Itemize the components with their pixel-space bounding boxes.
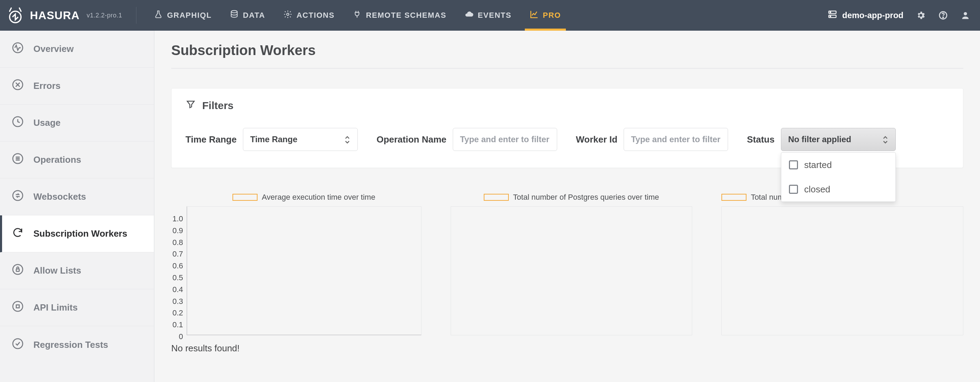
sidebar-item-subscription-workers[interactable]: Subscription Workers <box>0 216 154 253</box>
sidebar-item-label: Regression Tests <box>33 339 108 350</box>
sidebar-item-label: Allow Lists <box>33 265 81 276</box>
nav-tab-label: REMOTE SCHEMAS <box>366 11 446 20</box>
select-caret-icon <box>344 135 350 144</box>
chart-avg-exec-time: Average execution time over time 1.0 0.9… <box>186 192 422 335</box>
settings-icon[interactable] <box>916 10 926 20</box>
svg-point-2 <box>287 13 289 16</box>
sidebar-item-label: Usage <box>33 117 60 128</box>
nav-tab-label: ACTIONS <box>296 11 335 20</box>
chart-plot-area <box>451 206 692 335</box>
svg-rect-18 <box>16 305 19 308</box>
brand-version: v1.2.2-pro.1 <box>87 12 122 19</box>
nav-tab-events[interactable]: EVENTS <box>455 0 520 31</box>
lock-icon <box>12 264 24 278</box>
status-label: Status <box>747 134 774 145</box>
legend-swatch-icon <box>721 194 746 201</box>
help-icon[interactable] <box>938 10 948 20</box>
nav-tab-pro[interactable]: PRO <box>520 0 570 31</box>
worker-id-label: Worker Id <box>576 134 617 145</box>
nav-divider <box>136 7 137 24</box>
sidebar-item-regression-tests[interactable]: Regression Tests <box>0 326 154 363</box>
status-dropdown: started closed <box>781 152 896 202</box>
sidebar-item-label: Overview <box>33 43 74 54</box>
filter-operation-name: Operation Name <box>377 128 557 151</box>
nav-tab-label: GRAPHIQL <box>167 11 212 20</box>
sidebar-item-label: Errors <box>33 80 60 91</box>
filters-heading: Filters <box>186 99 949 112</box>
chart-subscribers: Total number of subscribers over time <box>721 192 963 335</box>
filter-time-range: Time Range Time Range <box>186 128 358 151</box>
hasura-logo-icon <box>6 6 25 25</box>
svg-point-9 <box>964 12 967 15</box>
worker-id-input[interactable] <box>631 134 721 144</box>
svg-point-8 <box>943 17 943 18</box>
square-icon <box>12 300 24 315</box>
nav-tab-label: PRO <box>543 11 561 20</box>
sidebar-item-websockets[interactable]: Websockets <box>0 179 154 216</box>
project-name: demo-app-prod <box>842 10 904 20</box>
legend-swatch-icon <box>484 194 509 201</box>
sidebar-item-errors[interactable]: Errors <box>0 68 154 105</box>
nav-tab-label: DATA <box>243 11 265 20</box>
filter-status: Status No filter applied started <box>747 128 896 151</box>
status-option-started[interactable]: started <box>781 153 896 177</box>
status-option-label: started <box>804 160 832 171</box>
checkbox-icon <box>789 185 798 194</box>
operation-name-input[interactable] <box>460 134 550 144</box>
sidebar-item-usage[interactable]: Usage <box>0 105 154 142</box>
top-navbar: HASURA v1.2.2-pro.1 GRAPHIQL DATA ACTION… <box>0 0 980 31</box>
svg-point-14 <box>13 191 22 200</box>
sidebar-item-allow-lists[interactable]: Allow Lists <box>0 253 154 289</box>
time-range-select[interactable]: Time Range <box>243 128 358 151</box>
sidebar-item-operations[interactable]: Operations <box>0 142 154 179</box>
gear-icon <box>283 10 292 21</box>
filter-worker-id: Worker Id <box>576 128 728 151</box>
activity-icon <box>12 42 24 56</box>
chart-legend-label: Total number of Postgres queries over ti… <box>513 193 659 202</box>
svg-point-19 <box>13 339 22 348</box>
svg-point-10 <box>13 43 22 53</box>
nav-tab-remote-schemas[interactable]: REMOTE SCHEMAS <box>344 0 455 31</box>
nav-tab-data[interactable]: DATA <box>221 0 274 31</box>
sidebar-item-overview[interactable]: Overview <box>0 31 154 68</box>
user-icon[interactable] <box>961 10 970 20</box>
no-results-message: No results found! <box>171 343 963 354</box>
sidebar-item-label: Operations <box>33 154 81 165</box>
status-select[interactable]: No filter applied <box>781 128 896 151</box>
sidebar-item-api-limits[interactable]: API Limits <box>0 289 154 326</box>
cloud-icon <box>465 10 474 21</box>
select-caret-icon <box>882 135 888 144</box>
brand-name: HASURA <box>30 9 80 22</box>
chart-plot-area <box>721 206 963 335</box>
worker-id-input-wrap <box>624 128 728 151</box>
svg-point-1 <box>231 10 237 13</box>
time-range-value: Time Range <box>250 134 298 144</box>
chart-legend-label: Average execution time over time <box>262 193 375 202</box>
nav-tab-actions[interactable]: ACTIONS <box>274 0 344 31</box>
filter-icon <box>186 99 196 112</box>
sidebar: Overview Errors Usage Operations Websock… <box>0 31 154 382</box>
nav-tabs: GRAPHIQL DATA ACTIONS REMOTE SCHEMAS EVE… <box>145 0 570 31</box>
server-icon <box>827 10 837 21</box>
y-axis-ticks: 1.0 0.9 0.8 0.7 0.6 0.5 0.4 0.3 0.2 0.1 … <box>168 219 183 337</box>
chart-legend: Average execution time over time <box>186 192 422 202</box>
filters-row: Time Range Time Range Operation Name Wor… <box>186 128 949 151</box>
x-circle-icon <box>12 79 24 93</box>
checkbox-icon <box>789 160 798 169</box>
brand: HASURA v1.2.2-pro.1 <box>6 6 136 25</box>
time-range-label: Time Range <box>186 134 237 145</box>
check-circle-icon <box>12 338 24 352</box>
nav-tab-graphiql[interactable]: GRAPHIQL <box>145 0 221 31</box>
filters-card: Filters Time Range Time Range Operation … <box>171 88 963 168</box>
clock-icon <box>12 116 24 130</box>
refresh-icon <box>12 227 24 241</box>
status-option-label: closed <box>804 184 830 195</box>
charts-row: Average execution time over time 1.0 0.9… <box>171 192 963 335</box>
project-selector[interactable]: demo-app-prod <box>827 10 904 21</box>
status-option-closed[interactable]: closed <box>781 177 896 201</box>
list-icon <box>12 153 24 167</box>
main-content: Subscription Workers Filters Time Range … <box>154 31 980 382</box>
filters-heading-text: Filters <box>202 100 234 112</box>
svg-point-5 <box>830 12 831 13</box>
operation-name-label: Operation Name <box>377 134 447 145</box>
